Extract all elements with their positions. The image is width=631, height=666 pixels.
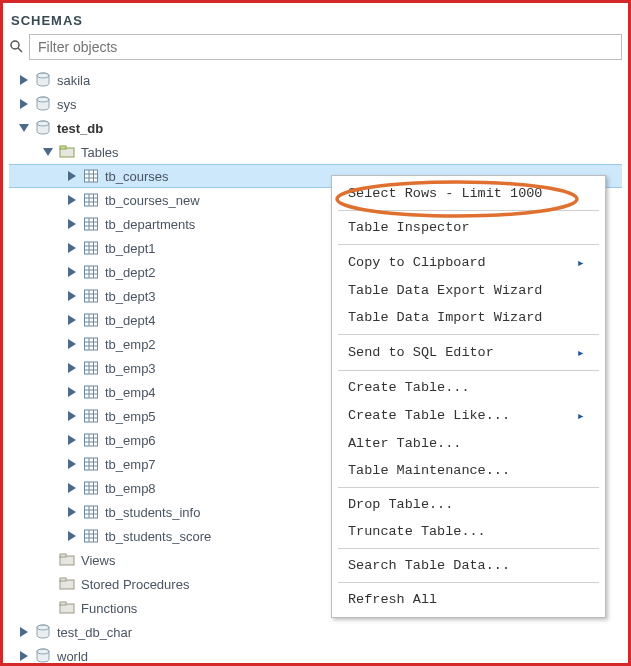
menu-table-maintenance[interactable]: Table Maintenance... bbox=[332, 457, 605, 484]
table-icon bbox=[83, 336, 99, 352]
schema-test-db-char[interactable]: test_db_char bbox=[9, 620, 622, 644]
menu-create-table[interactable]: Create Table... bbox=[332, 374, 605, 401]
table-icon bbox=[83, 264, 99, 280]
menu-drop-table[interactable]: Drop Table... bbox=[332, 491, 605, 518]
chevron-right-icon bbox=[67, 195, 77, 205]
chevron-right-icon bbox=[67, 387, 77, 397]
chevron-right-icon bbox=[67, 171, 77, 181]
table-icon bbox=[83, 216, 99, 232]
submenu-arrow-icon: ▸ bbox=[577, 344, 585, 361]
table-icon bbox=[83, 432, 99, 448]
menu-separator bbox=[338, 487, 599, 488]
menu-export-wizard[interactable]: Table Data Export Wizard bbox=[332, 277, 605, 304]
menu-create-like[interactable]: Create Table Like...▸ bbox=[332, 401, 605, 430]
menu-separator bbox=[338, 334, 599, 335]
schema-test-db[interactable]: test_db bbox=[9, 116, 622, 140]
database-icon bbox=[35, 648, 51, 664]
table-icon bbox=[83, 480, 99, 496]
schema-world[interactable]: world bbox=[9, 644, 622, 666]
database-icon bbox=[35, 96, 51, 112]
tables-folder[interactable]: Tables bbox=[9, 140, 622, 164]
table-icon bbox=[83, 504, 99, 520]
chevron-right-icon bbox=[67, 243, 77, 253]
chevron-right-icon bbox=[19, 627, 29, 637]
chevron-right-icon bbox=[67, 363, 77, 373]
context-menu: Select Rows - Limit 1000 Table Inspector… bbox=[331, 175, 606, 618]
chevron-right-icon bbox=[67, 219, 77, 229]
chevron-right-icon bbox=[67, 483, 77, 493]
chevron-right-icon bbox=[19, 99, 29, 109]
database-icon bbox=[35, 624, 51, 640]
table-icon bbox=[83, 384, 99, 400]
folder-icon bbox=[59, 600, 75, 616]
filter-row bbox=[9, 34, 622, 60]
table-icon bbox=[83, 408, 99, 424]
chevron-right-icon bbox=[67, 459, 77, 469]
table-icon bbox=[83, 456, 99, 472]
chevron-right-icon bbox=[67, 267, 77, 277]
menu-separator bbox=[338, 548, 599, 549]
menu-select-rows[interactable]: Select Rows - Limit 1000 bbox=[332, 180, 605, 207]
table-icon bbox=[83, 528, 99, 544]
chevron-right-icon bbox=[67, 411, 77, 421]
folder-icon bbox=[59, 576, 75, 592]
menu-send-sql[interactable]: Send to SQL Editor▸ bbox=[332, 338, 605, 367]
submenu-arrow-icon: ▸ bbox=[577, 407, 585, 424]
chevron-right-icon bbox=[67, 339, 77, 349]
chevron-right-icon bbox=[67, 507, 77, 517]
chevron-right-icon bbox=[67, 291, 77, 301]
menu-alter-table[interactable]: Alter Table... bbox=[332, 430, 605, 457]
chevron-right-icon bbox=[67, 531, 77, 541]
menu-separator bbox=[338, 210, 599, 211]
submenu-arrow-icon: ▸ bbox=[577, 254, 585, 271]
panel-title: SCHEMAS bbox=[11, 13, 622, 28]
menu-import-wizard[interactable]: Table Data Import Wizard bbox=[332, 304, 605, 331]
menu-separator bbox=[338, 582, 599, 583]
chevron-down-icon bbox=[43, 147, 53, 157]
table-icon bbox=[83, 192, 99, 208]
menu-search-table-data[interactable]: Search Table Data... bbox=[332, 552, 605, 579]
menu-refresh-all[interactable]: Refresh All bbox=[332, 586, 605, 613]
table-icon bbox=[83, 168, 99, 184]
chevron-down-icon bbox=[19, 123, 29, 133]
table-icon bbox=[83, 288, 99, 304]
database-icon bbox=[35, 120, 51, 136]
menu-separator bbox=[338, 370, 599, 371]
chevron-right-icon bbox=[67, 315, 77, 325]
folder-icon bbox=[59, 144, 75, 160]
schema-sys[interactable]: sys bbox=[9, 92, 622, 116]
menu-truncate-table[interactable]: Truncate Table... bbox=[332, 518, 605, 545]
chevron-right-icon bbox=[67, 435, 77, 445]
table-icon bbox=[83, 360, 99, 376]
schema-sakila[interactable]: sakila bbox=[9, 68, 622, 92]
folder-icon bbox=[59, 552, 75, 568]
menu-copy-clipboard[interactable]: Copy to Clipboard▸ bbox=[332, 248, 605, 277]
table-icon bbox=[83, 312, 99, 328]
database-icon bbox=[35, 72, 51, 88]
table-icon bbox=[83, 240, 99, 256]
menu-separator bbox=[338, 244, 599, 245]
menu-table-inspector[interactable]: Table Inspector bbox=[332, 214, 605, 241]
search-icon bbox=[9, 39, 23, 56]
chevron-right-icon bbox=[19, 651, 29, 661]
chevron-right-icon bbox=[19, 75, 29, 85]
schemas-panel: SCHEMAS sakila sys test_db bbox=[0, 0, 631, 666]
filter-input[interactable] bbox=[29, 34, 622, 60]
